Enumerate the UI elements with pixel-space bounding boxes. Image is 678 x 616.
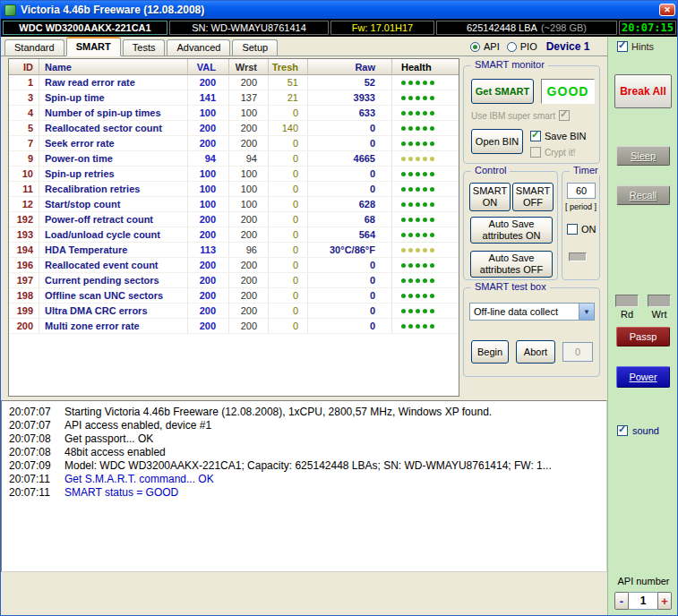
log-line: 20:07:11SMART status = GOOD: [2, 486, 606, 500]
save-bin-checkbox[interactable]: ✓: [530, 131, 541, 141]
tab-tests[interactable]: Tests: [123, 39, 166, 56]
cell-tresh: 0: [269, 106, 308, 120]
cell-wrst: 200: [229, 75, 269, 90]
header-val[interactable]: VAL: [188, 59, 229, 75]
device-label: Device 1: [546, 40, 590, 53]
health-dot: [430, 111, 434, 116]
smart-off-button[interactable]: SMART OFF: [512, 183, 554, 211]
sound-checkbox[interactable]: ✓: [617, 425, 628, 436]
recall-button[interactable]: Recall: [616, 185, 670, 205]
tab-setup[interactable]: Setup: [232, 39, 278, 56]
table-row[interactable]: 12Start/stop count1001000628: [9, 197, 459, 212]
break-all-button[interactable]: Break All: [614, 74, 672, 108]
timer-on-label: ON: [581, 224, 596, 235]
header-health[interactable]: Health: [392, 59, 459, 75]
log-message: SMART status = GOOD: [57, 486, 178, 500]
drive-serial: SN: WD-WMAYU8761414: [169, 21, 329, 35]
open-bin-button[interactable]: Open BIN: [471, 129, 523, 154]
table-row[interactable]: 193Load/unload cycle count2002000564: [9, 227, 459, 243]
table-row[interactable]: 10Spin-up retries10010000: [9, 167, 459, 182]
chevron-down-icon[interactable]: ▼: [579, 304, 594, 320]
api-radio[interactable]: [470, 42, 480, 52]
capacity-gb: (~298 GB): [541, 22, 587, 33]
table-row[interactable]: 4Number of spin-up times1001000633: [9, 106, 459, 121]
hints-checkbox[interactable]: ✓: [617, 41, 628, 52]
table-row[interactable]: 198Offline scan UNC sectors20020000: [9, 288, 459, 304]
table-row[interactable]: 199Ultra DMA CRC errors20020000: [9, 304, 459, 319]
cell-wrst: 200: [229, 121, 269, 135]
autosave-off-button[interactable]: Auto Save attributes OFF: [470, 251, 553, 278]
pio-radio[interactable]: [507, 42, 517, 52]
health-dot: [416, 218, 420, 222]
table-header: ID Name VAL Wrst Tresh Raw Health: [9, 59, 459, 75]
table-row[interactable]: 1Raw read error rate2002005152: [9, 75, 459, 90]
header-raw[interactable]: Raw: [308, 59, 392, 75]
health-dot: [401, 218, 406, 222]
table-row[interactable]: 11Recalibration retries10010000: [9, 182, 459, 197]
health-dot: [408, 81, 413, 85]
wrt-label: Wrt: [648, 309, 671, 320]
table-row[interactable]: 192Power-off retract count200200068: [9, 212, 459, 227]
log-area[interactable]: 20:07:07Starting Victoria 4.46b Freeware…: [1, 400, 607, 572]
log-message: 48bit access enabled: [57, 446, 166, 459]
cell-raw: 30°C/86°F: [308, 243, 392, 257]
health-dot: [430, 278, 434, 283]
health-dot: [408, 309, 413, 313]
begin-button[interactable]: Begin: [471, 340, 509, 364]
cell-tresh: 0: [269, 258, 308, 272]
table-row[interactable]: 194HDA Temperature11396030°C/86°F: [9, 243, 459, 258]
health-dot: [430, 218, 434, 222]
health-dot: [416, 294, 420, 298]
api-number-spinner: - 1 +: [614, 592, 672, 610]
timer-on-checkbox[interactable]: [567, 224, 578, 235]
timer-group: Timer 60 [ period ] ON: [562, 171, 600, 280]
header-tresh[interactable]: Tresh: [269, 59, 308, 75]
health-dot: [401, 202, 406, 207]
cell-name: HDA Temperature: [39, 243, 188, 257]
test-select-dropdown[interactable]: Off-line data collect ▼: [469, 303, 595, 321]
header-wrst[interactable]: Wrst: [229, 59, 269, 75]
api-plus-button[interactable]: +: [657, 592, 672, 610]
header-name[interactable]: Name: [39, 59, 188, 75]
health-dot: [408, 141, 413, 146]
autosave-on-button[interactable]: Auto Save attributes ON: [470, 217, 553, 244]
log-message: Get S.M.A.R.T. command... OK: [57, 473, 214, 486]
health-dot: [430, 263, 434, 268]
health-dots: [392, 151, 459, 166]
table-row[interactable]: 7Seek error rate20020000: [9, 136, 459, 151]
cell-tresh: 0: [269, 167, 308, 181]
table-row[interactable]: 197Current pending sectors20020000: [9, 273, 459, 288]
power-button[interactable]: Power: [616, 366, 670, 388]
cell-raw: 633: [308, 106, 392, 120]
table-row[interactable]: 3Spin-up time141137213933: [9, 90, 459, 106]
cell-raw: 0: [308, 182, 392, 196]
cell-tresh: 0: [269, 243, 308, 257]
cell-wrst: 137: [229, 90, 269, 105]
timer-period-input[interactable]: 60: [567, 183, 596, 199]
tab-advanced[interactable]: Advanced: [167, 39, 230, 56]
health-dot: [423, 81, 427, 85]
close-button[interactable]: ✕: [659, 4, 675, 16]
table-row[interactable]: 5Reallocated sector count2002001400: [9, 121, 459, 136]
health-dot: [408, 218, 413, 222]
table-row[interactable]: 196Reallocated event count20020000: [9, 258, 459, 273]
passport-button[interactable]: Passp: [616, 327, 670, 346]
table-row[interactable]: 9Power-on time949404665: [9, 151, 459, 167]
api-minus-button[interactable]: -: [614, 592, 629, 610]
cell-name: Start/stop count: [39, 197, 188, 211]
cell-val: 100: [188, 106, 229, 120]
health-dot: [416, 141, 420, 146]
abort-button[interactable]: Abort: [516, 340, 555, 364]
smart-on-button[interactable]: SMART ON: [469, 183, 511, 211]
table-row[interactable]: 200Multi zone error rate20020000: [9, 319, 459, 334]
tab-smart[interactable]: SMART: [66, 37, 121, 56]
sleep-button[interactable]: Sleep: [616, 146, 670, 166]
cell-name: Spin-up time: [39, 90, 188, 105]
health-dots: [392, 304, 459, 318]
cell-raw: 628: [308, 197, 392, 211]
tab-standard[interactable]: Standard: [4, 39, 64, 56]
log-line: 20:07:11Get S.M.A.R.T. command... OK: [2, 473, 606, 486]
health-dot: [430, 81, 434, 85]
header-id[interactable]: ID: [9, 59, 39, 75]
get-smart-button[interactable]: Get SMART: [471, 79, 534, 104]
